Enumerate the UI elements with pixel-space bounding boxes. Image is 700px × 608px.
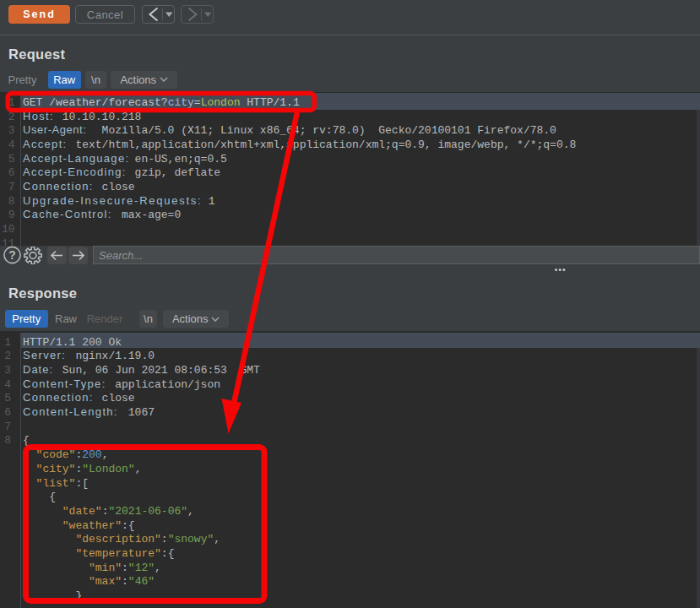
svg-text:?: ? (8, 248, 16, 262)
